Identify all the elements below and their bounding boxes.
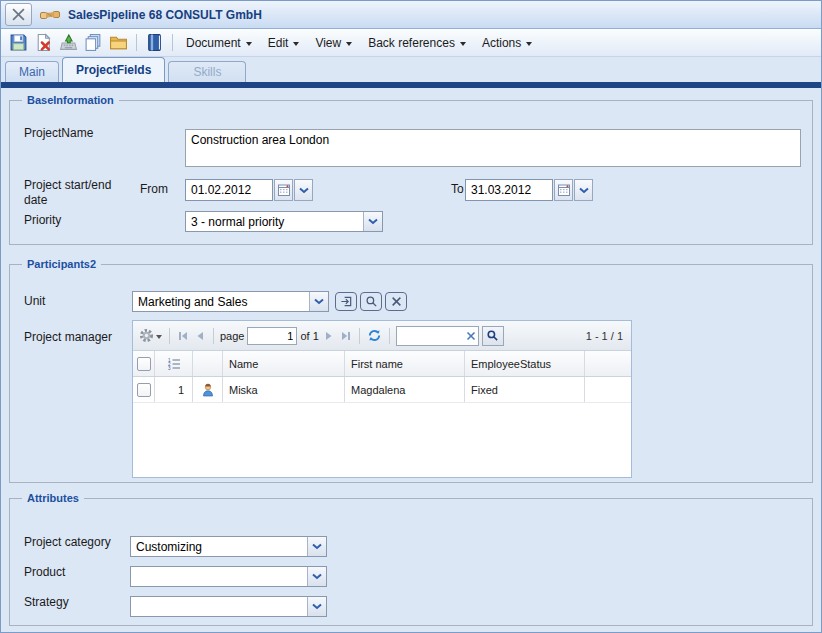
grid-search-clear-button[interactable] — [465, 330, 477, 342]
icon-column-header[interactable] — [193, 351, 223, 376]
project-manager-grid: page of 1 — [132, 320, 632, 478]
to-calendar-button[interactable] — [554, 179, 573, 201]
chevron-down-icon — [346, 42, 352, 46]
gear-icon — [139, 328, 154, 343]
first-page-button[interactable] — [176, 329, 190, 343]
from-date-dropdown-button[interactable] — [294, 179, 313, 201]
row-number-column-header[interactable]: 123 — [155, 351, 193, 376]
unit-value: Marketing and Sales — [133, 292, 309, 311]
chevron-down-icon — [314, 298, 324, 305]
grid-toolbar-separator — [169, 328, 170, 344]
delete-button[interactable] — [31, 31, 56, 55]
select-all-cell[interactable] — [133, 351, 155, 376]
next-page-button[interactable] — [322, 329, 336, 343]
row-select-cell[interactable] — [133, 377, 155, 402]
strategy-select[interactable] — [130, 596, 327, 617]
menu-actions[interactable]: Actions — [474, 33, 540, 53]
first-page-icon — [177, 330, 189, 342]
clear-icon — [391, 296, 402, 307]
to-date-dropdown-button[interactable] — [574, 179, 593, 201]
row-empty-cell — [585, 377, 631, 402]
unit-open-button[interactable] — [335, 292, 357, 311]
grid-toolbar-separator — [213, 328, 214, 344]
product-select[interactable] — [130, 566, 327, 587]
menu-view[interactable]: View — [307, 33, 360, 53]
report-button[interactable] — [142, 31, 167, 55]
strategy-dropdown-button[interactable] — [307, 597, 326, 616]
from-date-group — [185, 179, 313, 201]
last-page-button[interactable] — [339, 329, 353, 343]
calendar-icon — [277, 183, 291, 197]
grid-header: 123 Name First name EmployeeStatus — [133, 351, 631, 377]
refresh-button[interactable] — [366, 327, 383, 344]
tab-label: Main — [19, 65, 45, 79]
project-category-select[interactable]: Customizing — [130, 536, 327, 557]
tab-projectfields[interactable]: ProjectFields — [62, 57, 165, 82]
import-button[interactable] — [56, 31, 81, 55]
table-row[interactable]: 1 Miska Magdalena Fixed — [133, 377, 631, 403]
row-checkbox[interactable] — [137, 383, 151, 397]
priority-select[interactable]: 3 - normal priority — [185, 211, 383, 232]
row-number-icon: 123 — [167, 357, 181, 371]
from-calendar-button[interactable] — [274, 179, 293, 201]
chevron-down-icon — [526, 42, 532, 46]
unit-select[interactable]: Marketing and Sales — [132, 291, 329, 312]
grid-search-button[interactable] — [482, 326, 504, 346]
import-icon — [59, 33, 78, 52]
column-header-employeestatus[interactable]: EmployeeStatus — [465, 351, 585, 376]
delete-icon — [34, 33, 53, 52]
clear-icon — [466, 331, 476, 341]
row-icon-cell — [193, 377, 223, 402]
grid-empty-area — [133, 403, 631, 477]
projectname-label: ProjectName — [24, 126, 93, 140]
tab-skills[interactable]: Skills — [168, 61, 246, 82]
grid-toolbar-separator — [389, 328, 390, 344]
open-record-icon — [340, 295, 353, 308]
chevron-down-icon — [246, 42, 252, 46]
calendar-icon — [557, 183, 571, 197]
folder-button[interactable] — [106, 31, 131, 55]
column-header-empty — [585, 351, 631, 376]
save-button[interactable] — [6, 31, 31, 55]
chevron-down-icon — [312, 543, 322, 550]
section-participants2: Participants2 Unit Marketing and Sales — [9, 258, 813, 483]
section-legend: BaseInformation — [22, 94, 119, 106]
copy-icon — [84, 33, 103, 52]
to-date-input[interactable] — [465, 179, 553, 201]
row-first-name-cell: Magdalena — [345, 377, 465, 402]
unit-dropdown-button[interactable] — [309, 292, 328, 311]
column-header-first-name[interactable]: First name — [345, 351, 465, 376]
row-name-cell: Miska — [223, 377, 345, 402]
unit-search-button[interactable] — [360, 292, 382, 311]
project-category-dropdown-button[interactable] — [307, 537, 326, 556]
chevron-down-icon — [579, 187, 589, 194]
projectname-input[interactable]: Construction area London — [185, 129, 801, 167]
grid-search-input[interactable] — [397, 328, 465, 344]
product-dropdown-button[interactable] — [307, 567, 326, 586]
from-date-input[interactable] — [185, 179, 273, 201]
record-range-label: 1 - 1 / 1 — [586, 330, 626, 342]
folder-icon — [109, 33, 128, 52]
menu-back-references[interactable]: Back references — [360, 33, 474, 53]
chevron-down-icon — [156, 335, 162, 339]
close-icon — [12, 8, 25, 21]
page-input[interactable] — [247, 327, 297, 345]
column-header-name[interactable]: Name — [223, 351, 345, 376]
search-icon — [365, 295, 378, 308]
menu-document[interactable]: Document — [178, 33, 260, 53]
copy-button[interactable] — [81, 31, 106, 55]
save-icon — [9, 33, 28, 52]
prev-page-icon — [194, 330, 206, 342]
close-button[interactable] — [5, 3, 32, 26]
grid-settings-button[interactable] — [138, 327, 163, 344]
section-legend: Attributes — [22, 492, 84, 504]
select-all-checkbox[interactable] — [137, 357, 151, 371]
tab-main[interactable]: Main — [5, 61, 59, 82]
unit-clear-button[interactable] — [385, 292, 407, 311]
priority-dropdown-button[interactable] — [363, 212, 382, 231]
menu-label: View — [315, 36, 341, 50]
menu-edit[interactable]: Edit — [260, 33, 308, 53]
section-legend: Participants2 — [22, 258, 101, 270]
chevron-down-icon — [368, 218, 378, 225]
prev-page-button[interactable] — [193, 329, 207, 343]
